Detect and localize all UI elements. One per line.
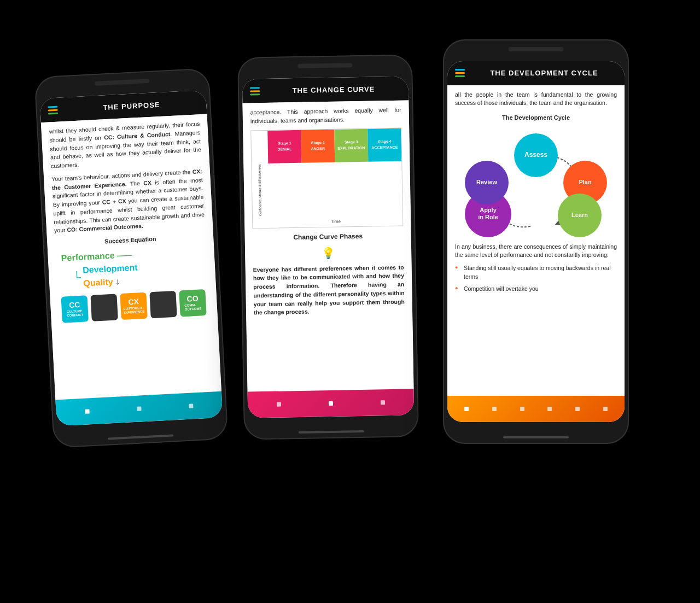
nav-dot-1-3[interactable]: [189, 403, 193, 408]
cx-badge-label: CUSTOMEREXPERIENCE: [123, 306, 144, 314]
chart-xaxis: Time: [269, 215, 402, 227]
nav-dot-2-1[interactable]: [277, 402, 281, 406]
menu-line-3: [48, 112, 58, 114]
nav-dot-3-1[interactable]: [464, 407, 469, 411]
phone-1-home-bar: [108, 434, 173, 440]
dev-cycle-intro: all the people in the team is fundamenta…: [455, 91, 617, 108]
menu-line-2: [48, 109, 58, 111]
svg-text:Shock: Shock: [284, 182, 292, 185]
phone-2-header: THE CHANGE CURVE: [242, 76, 409, 103]
change-body: Everyone has different preferences when …: [253, 263, 405, 317]
phone-1: THE PURPOSE whilst they should check & m…: [34, 68, 228, 448]
equals-badge: =: [149, 290, 177, 318]
nav-dot-2-2[interactable]: [329, 401, 333, 405]
hamburger-menu-3[interactable]: [455, 69, 465, 77]
svg-text:Enthusiasm: Enthusiasm: [361, 173, 376, 175]
bulb-icon: 💡: [253, 243, 404, 262]
svg-text:Fear: Fear: [295, 212, 300, 214]
phone-3-title: THE DEVELOPMENT CYCLE: [471, 69, 617, 77]
phone-2-content: acceptance. This approach works equally …: [242, 100, 413, 391]
curve-area: INFORMATION Shock Frustration Fear Hope …: [268, 161, 402, 218]
co-badge: CO COMM.OUTCOME: [179, 289, 206, 316]
change-curve-intro: acceptance. This approach works equally …: [250, 106, 402, 125]
phone-2-screen: THE CHANGE CURVE acceptance. This approa…: [242, 76, 415, 418]
menu-line-2-3: [250, 93, 260, 95]
menu-line-2-1: [250, 86, 260, 88]
plus-sign: +: [101, 301, 108, 313]
phone-2-home-bar: [299, 430, 364, 433]
node-review[interactable]: Review: [465, 161, 509, 204]
co-badge-label: COMM.OUTCOME: [184, 303, 201, 312]
cx-badge: CX CUSTOMEREXPERIENCE: [120, 292, 147, 319]
bullet-item-1: Standing still usually equates to moving…: [455, 264, 617, 282]
change-phases-title: Change Curve Phases: [253, 230, 404, 243]
consequences-text: In any business, there are consequences …: [455, 243, 617, 260]
nav-dot-2-3[interactable]: [381, 400, 385, 405]
purpose-text-block: whilst they should check & measure regul…: [49, 120, 205, 235]
phone-2-title: THE CHANGE CURVE: [266, 84, 401, 95]
equation-row: CC CULTURECONDUCT + CX CUSTOMEREXPERIENC…: [58, 289, 210, 323]
cx-badge-main: CX: [128, 297, 139, 307]
stage-4: Stage 4 ACCEPTANCE: [368, 128, 401, 161]
nav-dot-3-3[interactable]: [520, 407, 524, 411]
yaxis-label: Confidence, Morale & Effectiveness: [257, 164, 263, 216]
svg-text:INFORMATION: INFORMATION: [275, 171, 294, 174]
purpose-para1: whilst they should check & measure regul…: [49, 120, 202, 171]
stage-3: Stage 3 EXPLORATION: [334, 128, 368, 162]
svg-text:Direction: Direction: [351, 178, 362, 181]
hamburger-menu-1[interactable]: [48, 106, 58, 114]
phone-2: THE CHANGE CURVE acceptance. This approa…: [237, 54, 419, 440]
cycle-diagram: Assess Plan Learn Applyin Role Review: [465, 128, 607, 237]
chart-stages: Stage 1 DENIAL Stage 2 ANGER Stage 3 EXP…: [267, 128, 401, 163]
purpose-para2: Your team's behaviour, actions and deliv…: [51, 167, 205, 235]
menu-line-3-2: [455, 72, 465, 74]
menu-line-2-2: [250, 90, 260, 91]
stage-2: Stage 2 ANGER: [301, 129, 335, 162]
bullet-item-2: Competition will overtake you: [455, 285, 617, 294]
svg-text:Hope: Hope: [317, 194, 323, 197]
node-assess[interactable]: Assess: [514, 133, 558, 177]
change-curve-svg: INFORMATION Shock Frustration Fear Hope …: [268, 161, 402, 218]
nav-dot-1-2[interactable]: [137, 406, 141, 411]
svg-text:Commitment: Commitment: [380, 168, 395, 171]
menu-line-1: [48, 106, 57, 108]
phone-3-screen: THE DEVELOPMENT CYCLE all the people in …: [447, 61, 625, 422]
scene: THE PURPOSE whilst they should check & m…: [27, 28, 673, 575]
co-badge-main: CO: [186, 294, 199, 303]
svg-text:Frustration: Frustration: [300, 202, 313, 205]
cycle-diagram-title: The Development Cycle: [455, 113, 617, 122]
phone-3: THE DEVELOPMENT CYCLE all the people in …: [443, 39, 629, 444]
menu-line-3-3: [455, 75, 465, 77]
phone-3-home-bar: [503, 436, 569, 438]
apply-label: Applyin Role: [478, 207, 498, 221]
phone-3-content: all the people in the team is fundamenta…: [447, 85, 625, 396]
nav-dot-3-2[interactable]: [492, 407, 497, 411]
cc-badge-main: CC: [69, 300, 80, 309]
phone-3-header: THE DEVELOPMENT CYCLE: [447, 61, 625, 85]
phone-3-nav: [447, 396, 625, 422]
cc-badge-label: CULTURECONDUCT: [67, 309, 84, 318]
development-line: Development: [83, 260, 138, 276]
phone-2-nav: [248, 389, 415, 418]
xaxis-label: Time: [331, 218, 341, 225]
cc-badge: CC CULTURECONDUCT: [61, 295, 89, 322]
node-learn[interactable]: Learn: [558, 194, 602, 237]
change-curve-chart: Stage 1 DENIAL Stage 2 ANGER Stage 3 EXP…: [250, 127, 403, 229]
equals-sign: =: [160, 298, 167, 310]
nav-dot-3-5[interactable]: [575, 407, 580, 411]
nav-dot-3-6[interactable]: [603, 407, 608, 411]
consequences-list: Standing still usually equates to moving…: [455, 264, 617, 293]
phone-1-screen: THE PURPOSE whilst they should check & m…: [40, 90, 223, 426]
chart-yaxis: Confidence, Morale & Effectiveness: [252, 163, 268, 216]
equation-visual: Performance —— └ Development Quality ↓: [55, 244, 208, 291]
phone-1-title: THE PURPOSE: [64, 98, 199, 113]
nav-dot-3-4[interactable]: [547, 407, 552, 411]
bracket-arrow: └: [73, 268, 81, 285]
hamburger-menu-2[interactable]: [250, 86, 260, 95]
plus-badge: +: [90, 293, 118, 320]
stage-1: Stage 1 DENIAL: [267, 130, 301, 163]
nav-dot-1-1[interactable]: [85, 409, 90, 413]
phone-1-content: whilst they should check & measure regul…: [41, 114, 221, 400]
menu-line-3-1: [455, 69, 465, 71]
dev-qual-group: Development Quality ↓: [83, 260, 139, 289]
